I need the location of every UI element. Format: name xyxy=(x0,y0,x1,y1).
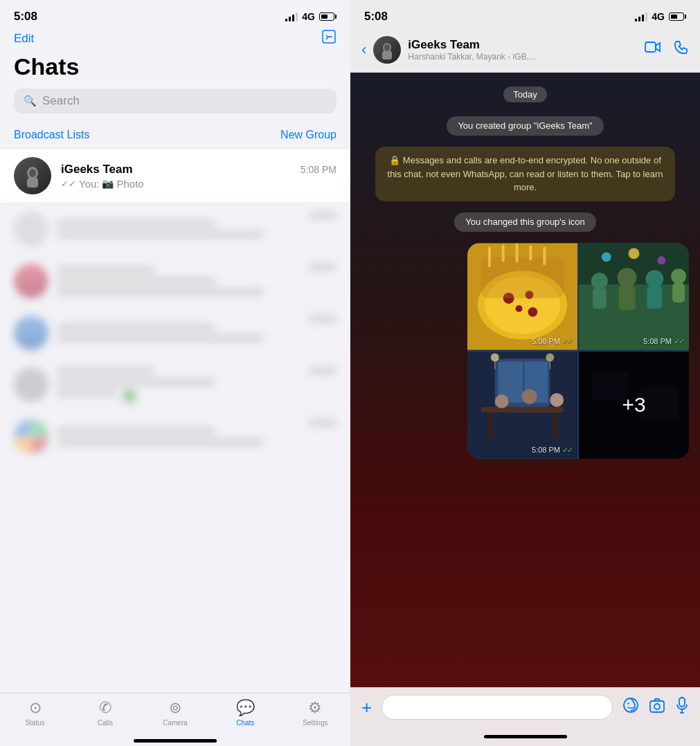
battery-left xyxy=(319,12,336,21)
system-msg-created: You created group "iGeeks Team" xyxy=(361,116,689,136)
settings-icon: ⚙ xyxy=(308,699,322,717)
home-indicator-left xyxy=(0,740,350,746)
svg-rect-4 xyxy=(27,178,38,188)
phone-call-button[interactable] xyxy=(674,40,689,60)
delivered-check-2: ✓✓ xyxy=(674,337,683,346)
photo-message[interactable]: 5:08 PM ✓✓ xyxy=(361,243,689,459)
message-input[interactable] xyxy=(382,695,613,720)
tab-camera[interactable]: ⊚ Camera xyxy=(140,699,210,727)
svg-point-6 xyxy=(384,44,390,51)
group-members: Harshanki Takkar, Mayank - iGB,… xyxy=(408,52,638,62)
blurred-avatar-3 xyxy=(14,316,48,350)
signal-bar-4 xyxy=(296,12,298,21)
svg-point-52 xyxy=(624,698,638,712)
photo-cell-3[interactable]: 5:08 PM ✓✓ xyxy=(467,352,577,459)
group-avatar-icon xyxy=(377,40,397,60)
chats-title: Chats xyxy=(14,53,336,80)
tab-chats[interactable]: 💬 Chats xyxy=(210,699,280,727)
photo-3-svg xyxy=(467,352,577,459)
svg-point-28 xyxy=(645,270,663,288)
signal-bar-r1 xyxy=(635,19,637,21)
photo-cell-4[interactable]: +3 xyxy=(579,352,689,459)
tab-chats-label: Chats xyxy=(236,719,254,727)
svg-rect-54 xyxy=(650,701,664,712)
blurred-item-1 xyxy=(0,203,350,255)
avatar-icon xyxy=(21,164,44,188)
status-time-right: 5:08 xyxy=(364,10,388,24)
search-icon: 🔍 xyxy=(24,95,37,107)
mic-button[interactable] xyxy=(675,697,689,718)
sticker-button[interactable] xyxy=(622,697,639,718)
battery-fill-left xyxy=(321,15,327,19)
battery-tip-right xyxy=(685,15,686,19)
blurred-avatar-2 xyxy=(14,264,48,298)
tab-calls[interactable]: ✆ Calls xyxy=(70,699,140,727)
search-placeholder-text: Search xyxy=(42,94,80,108)
battery-tip-left xyxy=(335,15,336,19)
back-button[interactable]: ‹ xyxy=(361,41,366,59)
blurred-item-4 xyxy=(0,359,350,411)
chats-icon: 💬 xyxy=(236,699,255,717)
calls-icon: ✆ xyxy=(99,699,111,717)
blurred-text-2 xyxy=(57,266,300,295)
status-icons-right: 4G xyxy=(635,11,686,22)
messages-area[interactable]: Today You created group "iGeeks Team" 🔒 … xyxy=(350,73,700,687)
home-bar-right xyxy=(484,735,567,738)
group-info[interactable]: iGeeks Team Harshanki Takkar, Mayank - i… xyxy=(408,38,638,62)
edit-button[interactable]: Edit xyxy=(14,32,34,46)
broadcast-lists-link[interactable]: Broadcast Lists xyxy=(14,129,89,141)
home-bar-left xyxy=(134,739,217,743)
status-icon: ⊙ xyxy=(29,699,42,717)
video-call-button[interactable] xyxy=(645,40,661,60)
nav-action-icons xyxy=(645,40,689,60)
svg-rect-56 xyxy=(679,698,685,707)
tab-settings[interactable]: ⚙ Settings xyxy=(280,699,350,727)
svg-rect-19 xyxy=(516,243,519,262)
compose-button[interactable] xyxy=(321,29,336,48)
double-tick-icon: ✓✓ xyxy=(61,179,76,189)
camera-button[interactable] xyxy=(649,698,665,717)
photo-cell-2[interactable]: 5:08 PM ✓✓ xyxy=(579,243,689,350)
sticker-icon xyxy=(622,697,639,713)
encryption-notice[interactable]: 🔒 Messages and calls are end-to-end encr… xyxy=(375,147,675,201)
chat-name: iGeeks Team xyxy=(61,163,133,176)
chat-preview-media: Photo xyxy=(116,178,143,190)
signal-bar-3 xyxy=(292,15,294,21)
blurred-text-4 xyxy=(57,367,300,402)
compose-icon xyxy=(321,29,336,44)
group-name: iGeeks Team xyxy=(408,38,638,52)
svg-point-34 xyxy=(602,252,611,262)
battery-right xyxy=(669,12,686,21)
new-group-link[interactable]: New Group xyxy=(280,129,336,141)
photo-grid: 5:08 PM ✓✓ xyxy=(467,243,689,459)
tab-bar-left: ⊙ Status ✆ Calls ⊚ Camera 💬 Chats ⚙ Sett… xyxy=(0,693,350,740)
plus-button[interactable]: + xyxy=(361,697,372,718)
battery-body-right xyxy=(669,12,684,21)
svg-rect-41 xyxy=(553,412,557,440)
camera-icon-small: 📷 xyxy=(102,178,114,189)
blurred-avatar-1 xyxy=(14,212,48,246)
signal-bar-2 xyxy=(289,17,291,21)
photo-cell-1[interactable]: 5:08 PM ✓✓ xyxy=(467,243,577,350)
camera-icon: ⊚ xyxy=(169,699,181,717)
system-msg-icon-text: You changed this group's icon xyxy=(454,212,596,232)
svg-rect-18 xyxy=(502,244,505,262)
chat-name-row: iGeeks Team 5:08 PM xyxy=(61,163,336,176)
signal-bar-1 xyxy=(285,19,287,21)
svg-point-53 xyxy=(627,702,629,704)
input-bar: + xyxy=(350,687,700,727)
blurred-text-1 xyxy=(57,220,300,238)
tab-status[interactable]: ⊙ Status xyxy=(0,699,70,727)
chat-item-igeeks[interactable]: iGeeks Team 5:08 PM ✓✓ You: 📷 Photo xyxy=(0,148,350,203)
date-badge-text: Today xyxy=(503,87,547,102)
search-bar[interactable]: 🔍 Search xyxy=(14,89,336,113)
chat-time: 5:08 PM xyxy=(300,164,336,175)
system-msg-created-text: You created group "iGeeks Team" xyxy=(447,116,603,136)
delivered-check-3: ✓✓ xyxy=(562,446,572,455)
group-avatar xyxy=(373,36,401,64)
more-count: +3 xyxy=(622,393,645,417)
signal-bars-right xyxy=(635,12,647,21)
svg-rect-39 xyxy=(481,407,564,412)
camera-input-icon xyxy=(649,698,665,713)
blurred-text-3 xyxy=(57,324,300,342)
